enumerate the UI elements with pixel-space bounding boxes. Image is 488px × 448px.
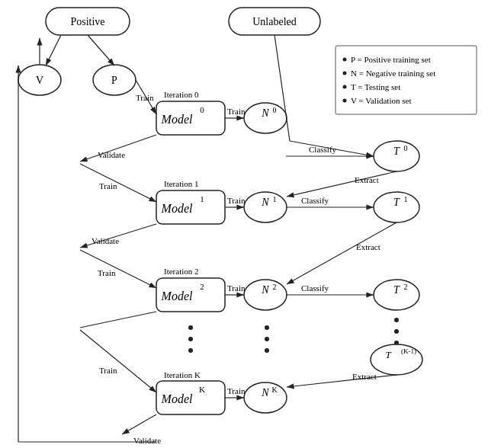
iter1-label: Iteration 1 xyxy=(164,179,199,188)
model1-label: Model xyxy=(161,202,193,215)
n1-label: N xyxy=(261,197,269,208)
svg-point-5 xyxy=(343,85,347,89)
legend-v: V = Validation set xyxy=(351,96,411,105)
train2-n-label: Train xyxy=(227,283,246,293)
svg-point-3 xyxy=(343,58,347,62)
iterK-label: Iteration K xyxy=(164,370,201,379)
svg-point-42 xyxy=(265,337,269,341)
validate1-label: Validate xyxy=(92,236,119,245)
nk-sup: K xyxy=(271,386,278,394)
extractK-label: Extract xyxy=(352,372,377,381)
svg-line-21 xyxy=(290,141,374,156)
iter0-label: Iteration 0 xyxy=(164,90,199,99)
svg-line-37 xyxy=(80,312,156,328)
svg-point-41 xyxy=(265,325,269,330)
legend-p: P = Positive training set xyxy=(351,55,431,64)
tk1-label: T xyxy=(385,349,391,360)
validate0-label: Validate xyxy=(98,150,125,159)
classify1-label: Classify xyxy=(301,196,329,205)
classify2-label: Classify xyxy=(301,283,329,293)
svg-point-45 xyxy=(394,329,399,334)
p-label: P xyxy=(111,75,117,86)
nk-label: N xyxy=(261,387,269,398)
train0-p-label: Train xyxy=(136,93,154,102)
model2-label: Model xyxy=(161,290,193,302)
tk1-sup: (K-1) xyxy=(401,347,416,355)
n2-sup: 2 xyxy=(273,283,277,291)
t2-sup: 2 xyxy=(404,283,408,291)
svg-point-40 xyxy=(188,348,193,353)
extract1-label: Extract xyxy=(355,175,379,184)
n0-label: N xyxy=(261,107,269,119)
svg-line-50 xyxy=(80,330,156,392)
model1-sup: 1 xyxy=(200,194,204,203)
n2-label: N xyxy=(261,284,269,296)
train1-n-label: Train xyxy=(227,196,246,205)
classify0-label: Classify xyxy=(309,145,337,154)
svg-point-6 xyxy=(343,99,347,103)
extract2-label: Extract xyxy=(356,242,380,251)
t1-sup: 1 xyxy=(404,195,408,203)
v-label: V xyxy=(36,75,43,86)
legend-n: N = Negative training set xyxy=(351,69,435,78)
t0-label: T xyxy=(393,146,400,157)
svg-line-53 xyxy=(122,414,156,434)
svg-line-52 xyxy=(287,375,396,387)
svg-line-11 xyxy=(46,35,61,66)
n0-sup: 0 xyxy=(273,106,277,114)
t2-label: T xyxy=(393,284,400,296)
t1-label: T xyxy=(393,197,400,208)
svg-point-38 xyxy=(188,325,193,330)
svg-point-43 xyxy=(265,348,269,353)
iter2-label: Iteration 2 xyxy=(164,267,199,276)
train2-label: Train xyxy=(98,268,116,277)
svg-line-35 xyxy=(287,222,396,284)
train0-n-label: Train xyxy=(227,107,246,116)
modelK-label: Model xyxy=(161,392,193,405)
legend-t: T = Testing set xyxy=(351,82,400,91)
positive-label: Positive xyxy=(70,16,104,27)
train1-label: Train xyxy=(99,181,117,190)
unlabeled-label: Unlabeled xyxy=(252,16,297,27)
model2-sup: 2 xyxy=(200,282,204,291)
svg-line-12 xyxy=(88,35,114,66)
svg-point-4 xyxy=(343,72,347,75)
svg-line-33 xyxy=(80,250,156,288)
svg-point-39 xyxy=(188,337,193,341)
svg-line-27 xyxy=(287,171,396,197)
t0-sup: 0 xyxy=(404,144,408,152)
trainK-n-label: Train xyxy=(227,386,246,395)
svg-point-44 xyxy=(394,318,399,322)
diagram-container: P = Positive training set N = Negative t… xyxy=(0,0,488,448)
trainK-label: Train xyxy=(99,366,117,375)
model0-sup: 0 xyxy=(200,105,204,114)
n1-sup: 1 xyxy=(273,195,277,203)
model0-label: Model xyxy=(161,113,193,126)
modelK-sup: K xyxy=(199,385,205,394)
validateK-label: Validate xyxy=(133,436,161,445)
svg-line-25 xyxy=(80,164,156,202)
